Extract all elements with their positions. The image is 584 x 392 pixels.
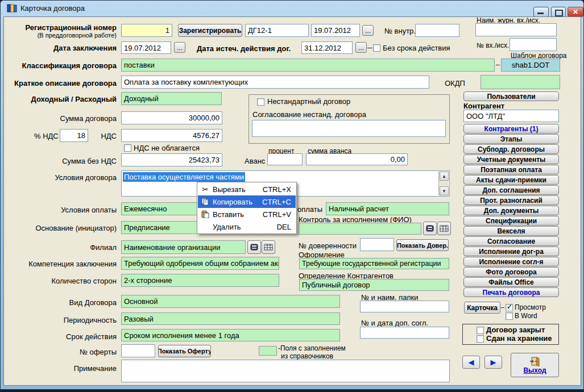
preview-checkbox[interactable] bbox=[506, 304, 513, 311]
menu-item-cut[interactable]: ✂ Вырезать CTRL+X bbox=[198, 183, 296, 195]
preview-label: Просмотр bbox=[515, 303, 546, 311]
periodicity-field[interactable]: Разовый bbox=[121, 312, 340, 325]
next-record-button[interactable]: ▶ bbox=[484, 356, 502, 369]
journal-number-field[interactable] bbox=[510, 38, 557, 51]
show-offer-button[interactable]: Показать Оферту bbox=[158, 345, 211, 357]
control-lookup-button[interactable] bbox=[423, 222, 437, 235]
counterparty-field[interactable]: ООО "ЛТД" bbox=[463, 110, 559, 122]
no-vat-checkbox[interactable] bbox=[124, 144, 131, 152]
competence-field[interactable]: Требующий одобрения общим собранием акц bbox=[121, 257, 279, 270]
vat-field[interactable]: 4576,27 bbox=[121, 129, 222, 142]
show-attorney-button[interactable]: Показать Довер. bbox=[396, 239, 449, 251]
sidebar-button-foto-dogovora[interactable]: Фото договора bbox=[463, 267, 559, 277]
branch-field[interactable]: Наименование организации bbox=[121, 240, 246, 254]
menu-item-paste[interactable]: Вставить CTRL+V bbox=[198, 208, 296, 220]
journal-name-field[interactable] bbox=[475, 23, 557, 36]
sidebar-button-ispolnenie-dogovora[interactable]: Исполнение дог-ра bbox=[463, 247, 559, 256]
offer-number-field[interactable] bbox=[121, 344, 155, 357]
control-table-button[interactable] bbox=[437, 222, 451, 235]
conclusion-date-picker-button[interactable]: ... bbox=[174, 42, 185, 53]
sidebar-button-akty[interactable]: Акты сдачи-приемки bbox=[463, 175, 559, 185]
storage-checkbox[interactable] bbox=[477, 335, 484, 343]
periodicity-label: Периодичность bbox=[64, 316, 117, 324]
template-field[interactable]: shab1.DOT bbox=[501, 59, 560, 72]
classification-label: Классификация договора bbox=[22, 61, 117, 70]
sidebar-button-prot-raznoglasij[interactable]: Прот. разногласий bbox=[463, 195, 559, 205]
additional-agreement-field[interactable] bbox=[360, 327, 449, 339]
print-contract-button[interactable]: Печать договора bbox=[463, 287, 559, 297]
sidebar-button-fajly-office[interactable]: Файлы Office bbox=[463, 277, 559, 287]
previous-record-button[interactable]: ◀ bbox=[462, 356, 480, 369]
payment-terms-label: Условия оплаты bbox=[61, 206, 117, 214]
conclusion-date-field[interactable]: 19.07.2012 bbox=[121, 41, 171, 54]
folder-field[interactable] bbox=[360, 301, 449, 312]
vat-label: НДС bbox=[101, 132, 117, 140]
expiry-date-field[interactable]: 31.12.2012 bbox=[301, 41, 353, 54]
internal-number-field[interactable] bbox=[415, 24, 459, 37]
vat-percent-field[interactable]: 18 bbox=[60, 129, 88, 142]
registration-form-field[interactable]: Требующие государственной регистрации bbox=[299, 258, 449, 269]
advance-sum-field[interactable]: 0,00 bbox=[306, 153, 408, 165]
card-button[interactable]: Карточка bbox=[464, 302, 500, 314]
sidebar-button-dop-dokumenty[interactable]: Доп. документы bbox=[463, 206, 559, 215]
nonstandard-label: Нестандартный договор bbox=[267, 97, 350, 106]
maximize-button[interactable] bbox=[551, 7, 566, 17]
expiry-date-picker-button[interactable]: ... bbox=[355, 42, 367, 53]
without-vat-field[interactable]: 25423,73 bbox=[121, 153, 222, 166]
registration-date-picker-button[interactable]: ... bbox=[362, 25, 374, 36]
card-index-icon bbox=[425, 224, 434, 232]
classification-field[interactable]: поставки bbox=[121, 59, 495, 72]
amount-field[interactable]: 30000,00 bbox=[121, 111, 222, 124]
registration-number-field[interactable]: 1 bbox=[121, 24, 172, 37]
advance-percent-field[interactable] bbox=[267, 153, 303, 165]
kind-label: Вид Договора bbox=[69, 298, 117, 307]
execution-control-field[interactable] bbox=[299, 223, 421, 235]
kind-field[interactable]: Основной bbox=[121, 295, 340, 308]
amount-label: Сумма договора bbox=[60, 114, 117, 123]
counterparties-button[interactable]: Контрагенты (1) bbox=[463, 124, 559, 134]
title-bar[interactable]: Карточка договора ✕ bbox=[0, 0, 583, 16]
users-button[interactable]: Пользователи bbox=[463, 91, 559, 101]
scroll-up-icon[interactable]: ▲ bbox=[440, 172, 449, 181]
type-field[interactable]: Доходный bbox=[121, 92, 222, 105]
minimize-button[interactable] bbox=[533, 7, 549, 17]
okdp-field[interactable] bbox=[481, 75, 560, 89]
branch-lookup-button[interactable] bbox=[247, 240, 261, 254]
word-checkbox[interactable] bbox=[506, 312, 513, 320]
contract-card-window: Карточка договора ✕ Регистрационный номе… bbox=[0, 0, 584, 392]
branch-table-button[interactable] bbox=[262, 240, 275, 254]
sidebar-button-ispolnenie-soglasheniya[interactable]: Исполнение согл-я bbox=[463, 257, 559, 266]
note-textarea[interactable] bbox=[121, 360, 450, 382]
menu-item-delete[interactable]: Удалить DEL bbox=[198, 220, 296, 233]
conclusion-date-label: Дата заключения bbox=[53, 44, 117, 52]
duration-field[interactable]: Сроком исполнения менее 1 года bbox=[121, 329, 340, 341]
terms-scrollbar[interactable]: ▲ ▼ bbox=[438, 172, 449, 195]
sidebar-button-vekselya[interactable]: Векселя bbox=[463, 226, 559, 236]
sidebar-button-soglasovanie[interactable]: Согласование bbox=[463, 236, 559, 246]
duration-label: Срок действия bbox=[66, 332, 117, 341]
nonstandard-checkbox[interactable] bbox=[257, 98, 264, 106]
copy-icon bbox=[198, 198, 213, 206]
registration-date-field[interactable]: 19.07.2012 bbox=[311, 24, 360, 37]
sidebar-button-specifikacii[interactable]: Спецификации bbox=[463, 216, 559, 226]
contract-closed-checkbox[interactable] bbox=[477, 327, 484, 334]
description-field[interactable]: Оплата за поставку комплектующих bbox=[121, 76, 429, 89]
parties-field[interactable]: 2-х сторонние bbox=[121, 274, 279, 287]
description-label: Краткое описание договора bbox=[14, 79, 117, 87]
no-term-checkbox[interactable] bbox=[373, 44, 380, 52]
counterparty-definition-field[interactable]: Публичный договор bbox=[299, 279, 449, 291]
exit-button[interactable]: Выход bbox=[511, 353, 559, 377]
scroll-down-icon[interactable]: ▼ bbox=[440, 186, 449, 195]
contract-number-field[interactable]: ДГ12-1 bbox=[245, 24, 309, 37]
register-button[interactable]: Зарегистрировать bbox=[178, 24, 242, 37]
sidebar-button-poetap-oplata[interactable]: Поэтапная оплата bbox=[463, 165, 559, 174]
payment-form-field[interactable]: Наличный расчет bbox=[326, 202, 449, 215]
menu-item-copy[interactable]: Копировать CTRL+C bbox=[198, 195, 296, 208]
close-button[interactable]: ✕ bbox=[568, 7, 583, 17]
nonstandard-approval-field[interactable] bbox=[252, 120, 446, 137]
sidebar-button-dop-soglasheniya[interactable]: Доп. соглашения bbox=[463, 185, 559, 195]
sidebar-button-subpodr[interactable]: Субподр. договоры bbox=[463, 144, 559, 154]
sidebar-button-uchet-dok[interactable]: Учетные документы bbox=[463, 155, 559, 164]
sidebar-button-etapy[interactable]: Этапы bbox=[463, 134, 559, 144]
attorney-number-field[interactable] bbox=[360, 238, 394, 251]
